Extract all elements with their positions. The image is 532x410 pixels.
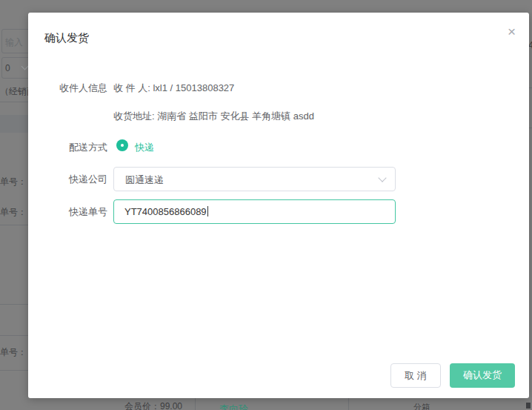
- chevron-down-icon: [378, 173, 386, 182]
- recipient-address-value: 收货地址: 湖南省 益阳市 安化县 羊角塘镇 asdd: [113, 110, 314, 122]
- bg-order-number-label-3: 单号：: [0, 347, 27, 357]
- express-company-label: 快递公司: [41, 173, 107, 185]
- confirm-shipment-dialog: 确认发货 × 收件人信息 收 件 人: lxl1 / 15013808327 收…: [28, 13, 529, 398]
- bg-text-fragment: 分箱: [413, 402, 430, 410]
- bg-member-price: 会员价：99.00: [124, 401, 182, 410]
- bg-person-name: 李向玲: [219, 404, 248, 410]
- cancel-button[interactable]: 取 消: [390, 363, 441, 388]
- recipient-info-label: 收件人信息: [41, 82, 107, 94]
- bg-order-number-label-1: 单号：: [0, 176, 27, 187]
- close-icon[interactable]: ×: [508, 24, 516, 39]
- tracking-number-label: 快递单号: [41, 205, 107, 218]
- text-cursor: [207, 206, 208, 216]
- screen: 输入 0 （经销商 单号： 单号： 单号： 4 会员价：99.00 李向玲 分箱…: [0, 0, 532, 410]
- bg-scroll-fragment: [526, 403, 531, 409]
- bg-input-placeholder: 输入: [5, 37, 23, 47]
- radio-dot-icon: [121, 144, 124, 147]
- bg-zero-value: 0: [5, 63, 10, 73]
- bg-column-divider: [348, 398, 349, 410]
- tracking-number-input[interactable]: YT7400856866089: [113, 199, 396, 224]
- express-radio-button[interactable]: [116, 139, 128, 151]
- bg-column-divider: [195, 398, 196, 410]
- delivery-method-label: 配送方式: [41, 141, 107, 153]
- recipient-name-value: 收 件 人: lxl1 / 15013808327: [113, 82, 234, 94]
- bg-chevron-down-icon: [21, 63, 29, 70]
- express-radio-label[interactable]: 快递: [135, 141, 154, 154]
- bg-order-number-label-2: 单号：: [0, 207, 27, 217]
- express-company-value: 圆通速递: [125, 173, 164, 187]
- express-company-select[interactable]: 圆通速递: [113, 167, 396, 191]
- tracking-number-value: YT7400856866089: [124, 206, 208, 217]
- confirm-shipment-button[interactable]: 确认发货: [450, 363, 515, 388]
- dialog-title: 确认发货: [44, 31, 89, 45]
